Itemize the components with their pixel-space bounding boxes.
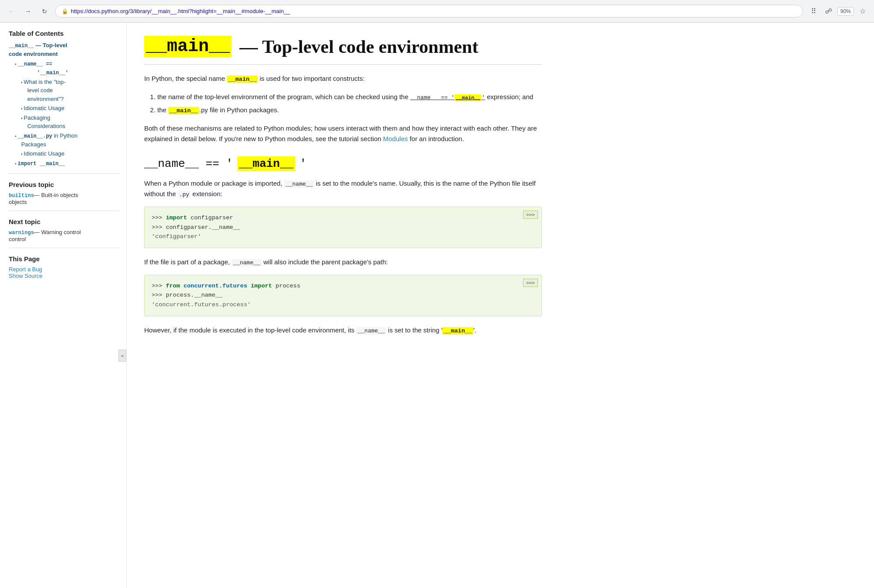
toc-title: Table of Contents [9, 30, 119, 37]
next-topic-title: Next topic [9, 218, 119, 225]
previous-topic-content: builtins— Built-in objects objects [9, 192, 119, 205]
show-source-link[interactable]: Show Source [9, 273, 119, 279]
sidebar-divider-2 [9, 211, 119, 211]
next-topic-sub: control [9, 236, 26, 242]
page-title: __main__ — Top-level code environment [144, 36, 542, 57]
toc-item-packaging[interactable]: Packaging Considerations [9, 113, 119, 131]
previous-topic-title: Previous topic [9, 181, 119, 188]
code-line-4: >>> from concurrent.futures import proce… [152, 281, 534, 291]
reload-button[interactable]: ↻ [38, 5, 51, 17]
code-line-6: 'concurrent.futures.process' [152, 300, 534, 310]
address-bar[interactable]: 🔒 https://docs.python.org/3/library/__ma… [55, 5, 803, 17]
intro-paragraph: In Python, the special name __main__ is … [144, 73, 542, 84]
para5-highlight: __main__ [442, 327, 473, 335]
name-code-2: __name__ [232, 259, 261, 266]
collapse-sidebar-button[interactable]: « [118, 349, 126, 362]
code-line-2: >>> configparser.__name__ [152, 223, 534, 232]
code-expand-1[interactable]: >>> [523, 211, 538, 219]
sidebar: Table of Contents __main__ — Top-level c… [0, 23, 127, 588]
py-ext-code: .py [178, 191, 191, 198]
toc-item-idiomatic2[interactable]: Idiomatic Usage [9, 149, 119, 159]
bookmark-button[interactable]: ☆ [857, 5, 869, 17]
intro-list: the name of the top-level environment of… [144, 91, 542, 116]
list-item-1-code: __name__ == '__main__' [410, 94, 485, 101]
sidebar-divider-1 [9, 173, 119, 174]
toc-item-main[interactable]: __main__ — Top-level code environment [9, 41, 119, 59]
next-topic-link[interactable]: warnings [9, 230, 34, 236]
page-title-highlight: __main__ [144, 36, 232, 57]
list-item-1: the name of the top-level environment of… [157, 91, 542, 103]
previous-topic-link[interactable]: builtins [9, 193, 34, 199]
next-topic-desc: — Warning control [34, 229, 81, 235]
report-bug-link[interactable]: Report a Bug [9, 266, 119, 273]
toc-item-name-main[interactable]: __name__ == '__main__' [9, 59, 119, 77]
browser-chrome: ← → ↻ 🔒 https://docs.python.org/3/librar… [0, 0, 874, 23]
main-content: __main__ — Top-level code environment In… [127, 23, 564, 588]
page-title-rest: — Top-level code environment [239, 36, 478, 57]
this-page-title: This Page [9, 255, 119, 263]
code-line-3: 'configparser' [152, 232, 534, 242]
code-block-1: >>> >>> import configparser >>> configpa… [144, 207, 542, 248]
url-text: https://docs.python.org/3/library/__main… [71, 8, 797, 14]
browser-actions: ⠿ ☍ 90% ☆ [808, 5, 869, 17]
next-topic-content: warnings— Warning control control [9, 229, 119, 242]
section1-heading: __name__ == '__main__' [144, 156, 542, 171]
name-code-3: __name__ [356, 327, 386, 335]
code-block-2: >>> >>> from concurrent.futures import p… [144, 275, 542, 316]
sidebar-divider-3 [9, 248, 119, 248]
section-heading-highlight: __main__ [237, 156, 295, 171]
previous-topic-sub: objects [9, 199, 27, 205]
forward-button[interactable]: → [22, 5, 34, 17]
reader-mode-button[interactable]: ☍ [822, 5, 835, 17]
modules-link[interactable]: Modules [383, 135, 408, 142]
list-item-2: the __main__.py file in Python packages. [157, 104, 542, 116]
zoom-level: 90% [837, 7, 854, 16]
code-line-1: >>> import configparser [152, 213, 534, 223]
code-expand-2[interactable]: >>> [523, 279, 538, 287]
toc-item-import-main[interactable]: import __main__ [9, 159, 119, 168]
toc-item-idiomatic[interactable]: Idiomatic Usage [9, 104, 119, 113]
list-item-2-code: __main__ [168, 107, 199, 114]
toc-item-toplevel[interactable]: What is the "top- level code environment… [9, 77, 119, 104]
page-layout: Table of Contents __main__ — Top-level c… [0, 23, 874, 588]
previous-topic-desc: — Built-in objects [34, 192, 78, 198]
extensions-button[interactable]: ⠿ [808, 5, 820, 17]
para2: Both of these mechanisms are related to … [144, 123, 542, 144]
page-divider [144, 64, 542, 65]
lock-icon: 🔒 [62, 8, 68, 14]
name-code-1: __name__ [284, 180, 314, 188]
code-line-5: >>> process.__name__ [152, 291, 534, 300]
para4: If the file is part of a package, __name… [144, 257, 542, 268]
para3: When a Python module or package is impor… [144, 178, 542, 200]
toc-item-mainpy[interactable]: __main__.py in Python Packages [9, 131, 119, 149]
back-button[interactable]: ← [5, 5, 17, 17]
intro-highlight: __main__ [227, 76, 258, 83]
para5: However, if the module is executed in th… [144, 325, 542, 336]
